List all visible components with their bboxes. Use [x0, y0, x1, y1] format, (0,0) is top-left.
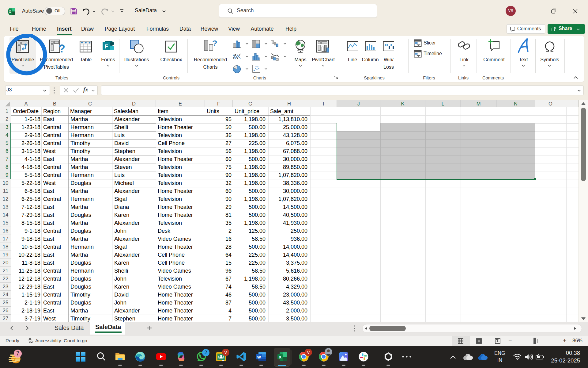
svg-text:?: ?: [58, 42, 65, 53]
svg-text:F: F: [104, 43, 108, 50]
svg-text:?: ?: [212, 40, 217, 48]
svg-text:X: X: [279, 355, 281, 359]
svg-text:W: W: [257, 355, 261, 359]
svg-text:X: X: [9, 10, 11, 13]
